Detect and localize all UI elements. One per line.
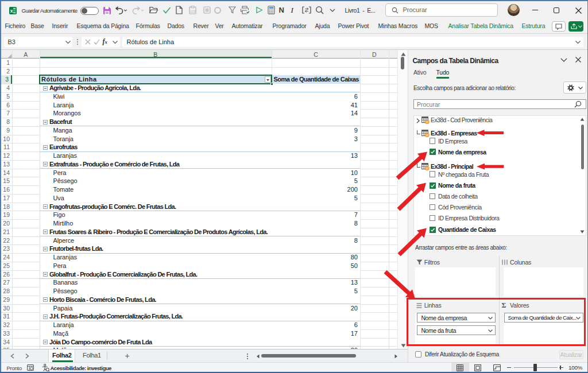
svg-text:123: 123 — [189, 10, 195, 13]
svg-text:x: x — [10, 8, 13, 14]
